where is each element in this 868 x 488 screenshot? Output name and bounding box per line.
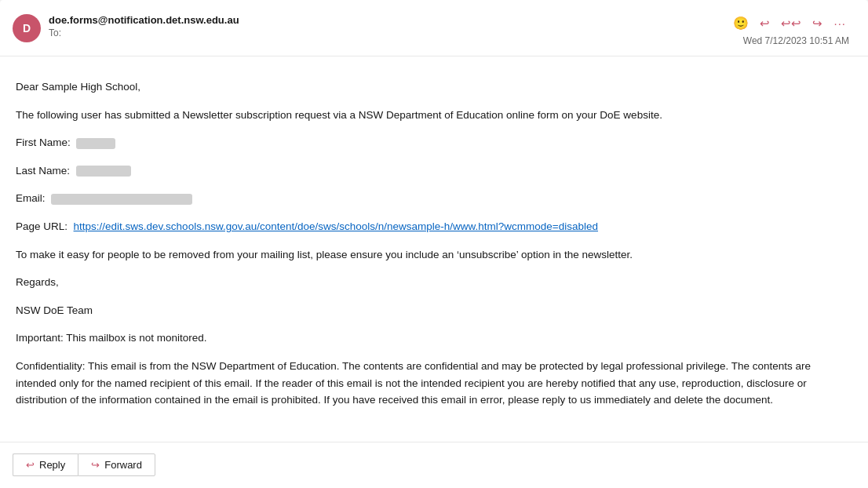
forward-footer-icon: ↪ (91, 459, 100, 471)
page-url-label: Page URL: (16, 220, 67, 232)
email-line: Email: (16, 190, 849, 207)
page-url-line: Page URL: https://edit.sws.dev.schools.n… (16, 218, 849, 235)
reply-all-button-header[interactable]: ↩↩ (778, 15, 804, 32)
timestamp: Wed 7/12/2023 10:51 AM (743, 35, 849, 46)
sender-email: doe.forms@notification.det.nsw.edu.au (49, 14, 239, 26)
more-icon: ··· (833, 16, 846, 30)
email-redacted (51, 194, 192, 205)
sender-to: To: (49, 27, 239, 38)
first-name-redacted (76, 138, 115, 149)
greeting: Dear Sample High School, (16, 78, 849, 96)
last-name-redacted (76, 166, 131, 177)
forward-button-header[interactable]: ↪ (809, 15, 826, 32)
email-body: Dear Sample High School, The following u… (0, 56, 868, 435)
header-actions: 🙂 ↩ ↩↩ ↪ ··· (730, 14, 849, 32)
sender-info: D doe.forms@notification.det.nsw.edu.au … (13, 14, 239, 42)
emoji-reaction-button[interactable]: 🙂 (730, 14, 752, 32)
emoji-icon: 🙂 (733, 16, 749, 31)
important-notice: Important: This mailbox is not monitored… (16, 330, 849, 347)
reply-all-icon: ↩↩ (781, 16, 801, 31)
reply-icon: ↩ (760, 16, 770, 31)
email-container: D doe.forms@notification.det.nsw.edu.au … (0, 0, 868, 488)
sender-details: doe.forms@notification.det.nsw.edu.au To… (49, 14, 239, 38)
more-options-button[interactable]: ··· (830, 15, 849, 31)
reply-button-footer[interactable]: ↩ Reply (13, 453, 78, 476)
reply-label: Reply (39, 459, 65, 471)
first-name-label: First Name: (16, 137, 71, 148)
reply-footer-icon: ↩ (26, 459, 35, 471)
team: NSW DoE Team (16, 302, 849, 319)
forward-button-footer[interactable]: ↪ Forward (78, 453, 155, 476)
first-name-line: First Name: (16, 134, 849, 151)
email-header: D doe.forms@notification.det.nsw.edu.au … (0, 0, 868, 56)
footer-actions: ↩ Reply ↪ Forward (0, 442, 868, 488)
last-name-line: Last Name: (16, 162, 849, 180)
regards: Regards, (16, 274, 849, 291)
reply-button-header[interactable]: ↩ (757, 15, 773, 32)
forward-icon: ↪ (812, 16, 822, 31)
email-label: Email: (16, 192, 46, 204)
forward-label: Forward (104, 459, 142, 471)
last-name-label: Last Name: (16, 165, 70, 177)
confidentiality-text: Confidentiality: This email is from the … (16, 358, 849, 409)
intro-paragraph: The following user has submitted a Newsl… (16, 107, 849, 124)
unsubscribe-note: To make it easy for people to be removed… (16, 246, 849, 264)
header-right: 🙂 ↩ ↩↩ ↪ ··· Wed 7/12/2023 10:51 AM (730, 14, 849, 46)
avatar: D (13, 14, 41, 42)
page-url-link[interactable]: https://edit.sws.dev.schools.nsw.gov.au/… (74, 220, 598, 232)
